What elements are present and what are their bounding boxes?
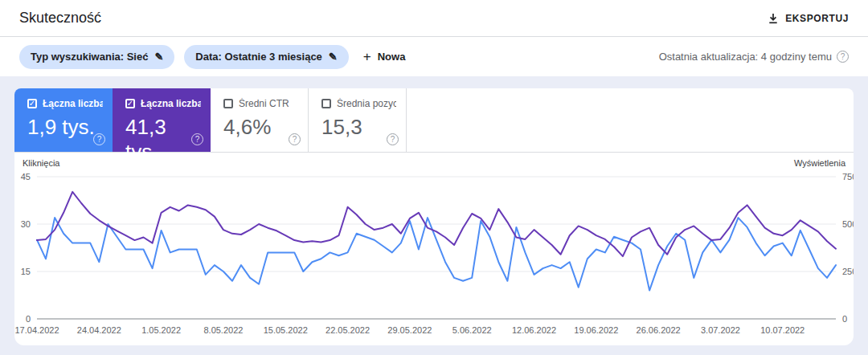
checkbox-icon[interactable]	[125, 99, 135, 108]
last-update-text: Ostatnia aktualizacja: 4 godziny temu	[659, 51, 832, 63]
x-tick-label: 1.05.2022	[141, 325, 181, 335]
download-icon	[768, 13, 779, 24]
metric-label: Średnia pozycja	[337, 98, 396, 109]
chart-svg[interactable]: 0015250305004575017.04.202224.04.20221.0…	[14, 153, 854, 345]
metric-value: 15,3	[321, 115, 396, 140]
filter-bar: Typ wyszukiwania: Sieć ✎ Data: Ostatnie …	[0, 37, 868, 76]
help-icon[interactable]	[191, 133, 203, 145]
performance-chart[interactable]: Kliknięcia Wyświetlenia 0015250305004575…	[14, 153, 854, 345]
checkbox-icon[interactable]	[223, 99, 233, 108]
x-tick-label: 5.06.2022	[452, 325, 492, 335]
last-update: Ostatnia aktualizacja: 4 godziny temu	[659, 51, 849, 63]
page-title: Skuteczność	[19, 10, 101, 27]
metric-label: Łączna liczba wy...	[141, 98, 201, 109]
y-tick-left: 45	[21, 172, 31, 182]
help-icon[interactable]	[93, 133, 105, 145]
help-icon[interactable]	[387, 133, 399, 145]
x-tick-label: 29.05.2022	[387, 325, 432, 335]
metric-card-average-position[interactable]: Średnia pozycja 15,3	[309, 88, 407, 152]
checkbox-icon[interactable]	[27, 99, 37, 108]
x-tick-label: 15.05.2022	[264, 325, 308, 335]
new-filter-label: Nowa	[378, 51, 406, 63]
chip-label: Typ wyszukiwania: Sieć	[31, 51, 148, 63]
x-tick-label: 19.06.2022	[574, 325, 618, 335]
metric-card-average-ctr[interactable]: Średni CTR 4,6%	[211, 88, 309, 152]
x-tick-label: 22.05.2022	[326, 325, 370, 335]
metric-label: Łączna liczba klik...	[43, 98, 103, 109]
metric-label: Średni CTR	[239, 98, 289, 109]
y-tick-right: 250	[842, 267, 854, 276]
edit-pencil-icon: ✎	[329, 51, 338, 63]
x-tick-label: 26.06.2022	[637, 325, 681, 335]
performance-card: Łączna liczba klik... 1,9 tys. Łączna li…	[14, 88, 854, 345]
filter-chip-date-range[interactable]: Data: Ostatnie 3 miesiące ✎	[184, 45, 348, 69]
content-area: Łączna liczba klik... 1,9 tys. Łączna li…	[0, 76, 868, 355]
y-tick-right: 500	[842, 219, 854, 229]
y-tick-right: 750	[842, 172, 854, 182]
filter-chip-search-type[interactable]: Typ wyszukiwania: Sieć ✎	[19, 45, 174, 69]
metrics-row: Łączna liczba klik... 1,9 tys. Łączna li…	[14, 88, 854, 153]
metric-card-total-impressions[interactable]: Łączna liczba wy... 41,3 tys.	[113, 88, 211, 152]
x-tick-label: 10.07.2022	[760, 325, 805, 335]
y-tick-right: 0	[842, 314, 847, 324]
x-tick-label: 3.07.2022	[701, 325, 740, 335]
help-icon[interactable]	[837, 51, 849, 63]
checkbox-icon[interactable]	[321, 99, 331, 108]
export-button[interactable]: EKSPORTUJ	[768, 13, 849, 24]
chip-label: Data: Ostatnie 3 miesiące	[195, 51, 322, 63]
new-filter-button[interactable]: + Nowa	[363, 50, 406, 63]
x-tick-label: 24.04.2022	[77, 325, 121, 335]
help-icon[interactable]	[289, 133, 301, 145]
x-tick-label: 12.06.2022	[512, 325, 556, 335]
x-tick-label: 8.05.2022	[203, 325, 243, 335]
edit-pencil-icon: ✎	[154, 51, 163, 63]
top-header: Skuteczność EKSPORTUJ	[0, 0, 868, 37]
x-tick-label: 17.04.2022	[14, 325, 59, 335]
metric-value: 1,9 tys.	[27, 115, 103, 140]
export-label: EKSPORTUJ	[785, 13, 849, 24]
metric-card-total-clicks[interactable]: Łączna liczba klik... 1,9 tys.	[14, 88, 113, 152]
metric-value: 4,6%	[223, 115, 298, 140]
y-tick-left: 15	[21, 267, 31, 276]
plus-icon: +	[363, 50, 371, 63]
y-tick-left: 30	[21, 219, 31, 229]
metrics-row-filler	[407, 88, 854, 152]
y-tick-left: 0	[26, 314, 31, 324]
